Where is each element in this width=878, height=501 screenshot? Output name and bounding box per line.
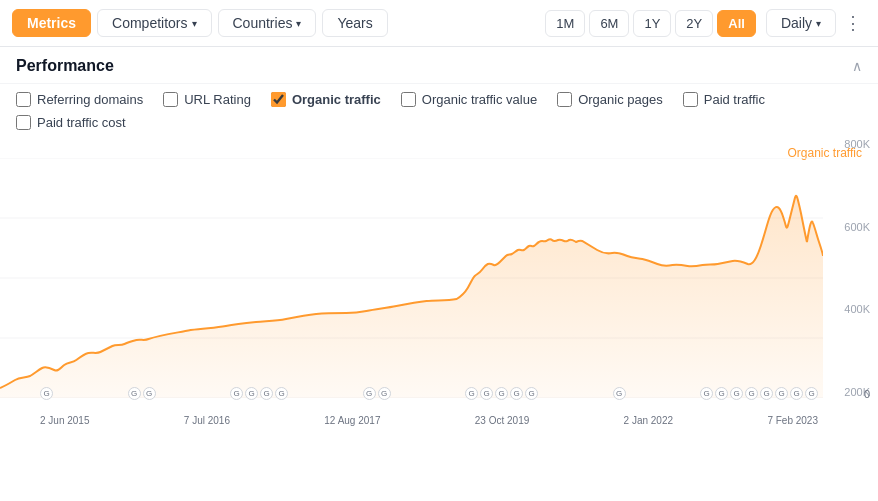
6m-button[interactable]: 6M xyxy=(589,10,629,37)
url-rating-input[interactable] xyxy=(163,92,178,107)
nav-buttons: Metrics Competitors ▾ Countries ▾ Years xyxy=(12,9,388,37)
referring-domains-label: Referring domains xyxy=(37,92,143,107)
google-update-icon[interactable]: G xyxy=(40,387,53,400)
google-update-icon[interactable]: G xyxy=(775,387,788,400)
organic-traffic-value-label: Organic traffic value xyxy=(422,92,537,107)
x-label-1: 7 Jul 2016 xyxy=(184,415,230,426)
url-rating-checkbox[interactable]: URL Rating xyxy=(163,92,251,107)
organic-traffic-label: Organic traffic xyxy=(292,92,381,107)
google-update-icon[interactable]: G xyxy=(510,387,523,400)
time-controls: 1M 6M 1Y 2Y All Daily ▾ ⋮ xyxy=(545,8,866,38)
google-update-icon[interactable]: G xyxy=(480,387,493,400)
google-update-icon[interactable]: G xyxy=(715,387,728,400)
x-label-3: 23 Oct 2019 xyxy=(475,415,529,426)
organic-traffic-input[interactable] xyxy=(271,92,286,107)
google-update-icon[interactable]: G xyxy=(525,387,538,400)
performance-title: Performance xyxy=(16,57,114,75)
x-label-4: 2 Jan 2022 xyxy=(624,415,674,426)
google-update-icon[interactable]: G xyxy=(495,387,508,400)
organic-traffic-value-input[interactable] xyxy=(401,92,416,107)
all-button[interactable]: All xyxy=(717,10,756,37)
1y-button[interactable]: 1Y xyxy=(633,10,671,37)
google-update-icon[interactable]: G xyxy=(245,387,258,400)
google-update-icon[interactable]: G xyxy=(805,387,818,400)
paid-traffic-input[interactable] xyxy=(683,92,698,107)
google-update-icon[interactable]: G xyxy=(128,387,141,400)
google-update-icon[interactable]: G xyxy=(790,387,803,400)
chart-container: Organic traffic 800K 600K 400K 200K xyxy=(0,138,878,428)
competitors-button[interactable]: Competitors ▾ xyxy=(97,9,211,37)
countries-button[interactable]: Countries ▾ xyxy=(218,9,317,37)
checkboxes-row-2: Paid traffic cost xyxy=(0,115,878,138)
1m-button[interactable]: 1M xyxy=(545,10,585,37)
google-update-icon[interactable]: G xyxy=(378,387,391,400)
referring-domains-input[interactable] xyxy=(16,92,31,107)
google-update-icon[interactable]: G xyxy=(363,387,376,400)
x-label-0: 2 Jun 2015 xyxy=(40,415,90,426)
organic-pages-checkbox[interactable]: Organic pages xyxy=(557,92,663,107)
top-bar: Metrics Competitors ▾ Countries ▾ Years … xyxy=(0,0,878,47)
organic-traffic-value-checkbox[interactable]: Organic traffic value xyxy=(401,92,537,107)
chart-area: Organic traffic 800K 600K 400K 200K xyxy=(0,138,878,428)
checkboxes-row-1: Referring domains URL Rating Organic tra… xyxy=(0,84,878,115)
y-label-600k: 600K xyxy=(844,221,870,233)
paid-traffic-cost-label: Paid traffic cost xyxy=(37,115,126,130)
y-label-400k: 400K xyxy=(844,303,870,315)
interval-chevron-icon: ▾ xyxy=(816,18,821,29)
competitors-chevron-icon: ▾ xyxy=(192,18,197,29)
organic-pages-input[interactable] xyxy=(557,92,572,107)
paid-traffic-label: Paid traffic xyxy=(704,92,765,107)
countries-chevron-icon: ▾ xyxy=(296,18,301,29)
countries-label: Countries xyxy=(233,15,293,31)
metrics-button[interactable]: Metrics xyxy=(12,9,91,37)
zero-label: 0 xyxy=(864,388,870,400)
google-update-icon[interactable]: G xyxy=(465,387,478,400)
google-update-icon[interactable]: G xyxy=(275,387,288,400)
chart-svg xyxy=(0,158,823,398)
google-update-icon[interactable]: G xyxy=(730,387,743,400)
more-options-icon[interactable]: ⋮ xyxy=(840,8,866,38)
referring-domains-checkbox[interactable]: Referring domains xyxy=(16,92,143,107)
competitors-label: Competitors xyxy=(112,15,187,31)
interval-button[interactable]: Daily ▾ xyxy=(766,9,836,37)
google-update-icon[interactable]: G xyxy=(760,387,773,400)
paid-traffic-cost-checkbox[interactable]: Paid traffic cost xyxy=(16,115,126,130)
paid-traffic-cost-input[interactable] xyxy=(16,115,31,130)
2y-button[interactable]: 2Y xyxy=(675,10,713,37)
years-button[interactable]: Years xyxy=(322,9,387,37)
y-label-800k: 800K xyxy=(844,138,870,150)
google-update-icon[interactable]: G xyxy=(143,387,156,400)
interval-label: Daily xyxy=(781,15,812,31)
google-update-icon[interactable]: G xyxy=(230,387,243,400)
y-axis-labels: 800K 600K 400K 200K xyxy=(844,138,870,398)
google-update-icon[interactable]: G xyxy=(745,387,758,400)
google-update-icon[interactable]: G xyxy=(613,387,626,400)
google-icons-row: G G G G G G G G G G G G G G xyxy=(40,387,818,400)
organic-traffic-checkbox[interactable]: Organic traffic xyxy=(271,92,381,107)
collapse-icon[interactable]: ∧ xyxy=(852,58,862,74)
paid-traffic-checkbox[interactable]: Paid traffic xyxy=(683,92,765,107)
organic-pages-label: Organic pages xyxy=(578,92,663,107)
x-axis-labels: 2 Jun 2015 7 Jul 2016 12 Aug 2017 23 Oct… xyxy=(40,415,818,426)
google-update-icon[interactable]: G xyxy=(260,387,273,400)
x-label-2: 12 Aug 2017 xyxy=(324,415,380,426)
performance-section-header: Performance ∧ xyxy=(0,47,878,84)
x-label-5: 7 Feb 2023 xyxy=(767,415,818,426)
url-rating-label: URL Rating xyxy=(184,92,251,107)
google-update-icon[interactable]: G xyxy=(700,387,713,400)
